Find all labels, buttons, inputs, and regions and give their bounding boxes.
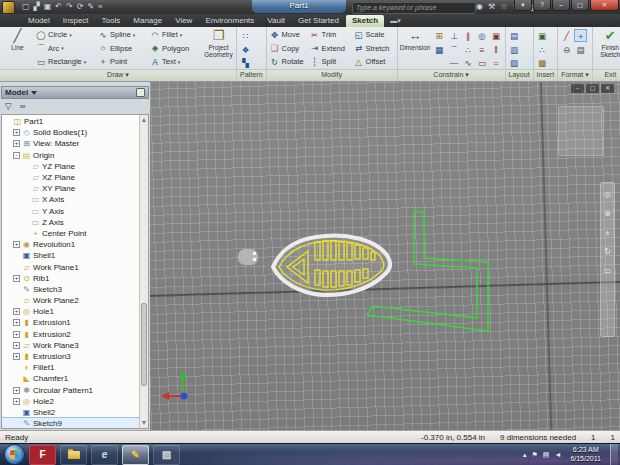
tree-item-origin[interactable]: -▤Origin: [2, 150, 148, 161]
qat-overflow-icon[interactable]: »: [98, 1, 102, 13]
button-circle[interactable]: ◯Circle▾: [35, 28, 95, 42]
button-centerline[interactable]: ＋: [574, 29, 587, 42]
button-project-geometry[interactable]: ❐Project Geometry: [203, 28, 234, 58]
button-point[interactable]: +Point: [97, 55, 147, 69]
origin-point[interactable]: [181, 393, 188, 400]
steering-wheel-icon[interactable]: ◎: [604, 190, 611, 199]
tree-item-extrusion1[interactable]: +▮Extrusion1: [2, 317, 148, 328]
browser-header[interactable]: Model: [1, 86, 149, 99]
button-dimension[interactable]: ↔Dimension: [400, 28, 431, 51]
help-icon[interactable]: ?: [533, 0, 551, 11]
undo-icon[interactable]: ↶: [55, 1, 62, 13]
maximize-button[interactable]: ▢: [571, 0, 589, 11]
button-line[interactable]: ╱Line: [2, 28, 33, 51]
tree-item-sketch3[interactable]: +✎Sketch3: [2, 284, 148, 295]
save-icon[interactable]: ▣: [44, 1, 52, 13]
taskbar-flash-app[interactable]: F: [29, 445, 56, 465]
button-extend[interactable]: ⇥Extend: [309, 42, 351, 56]
tree-item-work-plane3[interactable]: +▱Work Plane3: [2, 340, 148, 351]
button-circular-pattern[interactable]: ❖: [239, 43, 252, 56]
redo-icon[interactable]: ↷: [66, 1, 73, 13]
community-icon[interactable]: ◉: [476, 0, 483, 14]
button-sketch-block-1[interactable]: ▤: [508, 29, 521, 42]
tree-scrollbar[interactable]: [139, 115, 148, 428]
close-button[interactable]: ✕: [590, 0, 619, 11]
expander-icon[interactable]: +: [13, 275, 20, 282]
scroll-down-icon[interactable]: [142, 421, 146, 425]
update-icon[interactable]: ⟳: [77, 1, 84, 13]
show-hidden-icons[interactable]: ▴: [523, 451, 527, 459]
expander-icon[interactable]: +: [13, 241, 20, 248]
tree-item-yz-plane[interactable]: +▱YZ Plane: [2, 161, 148, 172]
button-driven-dimension[interactable]: ▤: [574, 43, 587, 56]
tree-item-work-plane1[interactable]: +▱Work Plane1: [2, 261, 148, 272]
tree-item-view-master[interactable]: +⊞View: Master: [2, 138, 148, 149]
tab-environments[interactable]: Environments: [199, 15, 260, 27]
button-polygon[interactable]: ◈Polygon: [149, 42, 201, 56]
tree-item-xz-plane[interactable]: +▱XZ Plane: [2, 172, 148, 183]
volume-icon[interactable]: ◄: [554, 451, 561, 459]
button-spline[interactable]: ∿Spline▾: [97, 28, 147, 42]
button-concentric-constraint[interactable]: ◎: [476, 29, 489, 42]
signin-dropdown-icon[interactable]: ▾: [514, 0, 532, 11]
expander-icon[interactable]: +: [13, 140, 20, 147]
pan-icon[interactable]: ⊕: [604, 209, 611, 218]
scroll-up-icon[interactable]: [142, 118, 146, 122]
button-insert-acad[interactable]: ▩: [536, 56, 549, 69]
look-at-icon[interactable]: ▭: [604, 266, 612, 275]
tree-item-shell2[interactable]: +▣Shell2: [2, 407, 148, 418]
button-text[interactable]: AText▾: [149, 55, 201, 69]
taskbar-clock[interactable]: 6:23 AM 6/15/2011: [566, 446, 605, 463]
panel-label-draw[interactable]: Draw ▾: [0, 69, 236, 81]
button-sketch-block-3[interactable]: ▧: [508, 56, 521, 69]
tab-sketch[interactable]: Sketch: [346, 15, 384, 27]
button-finish-sketch[interactable]: ✔Finish Sketch: [595, 28, 620, 58]
panel-label-layout[interactable]: Layout: [506, 69, 533, 81]
favorites-drop-icon[interactable]: ☆: [500, 0, 507, 14]
tab-overflow-icon[interactable]: ▬▾: [385, 15, 406, 27]
browser-dropdown-icon[interactable]: [31, 91, 37, 95]
expander-icon[interactable]: +: [13, 331, 20, 338]
expander-icon[interactable]: +: [13, 342, 20, 349]
button-stretch[interactable]: ⇄Stretch: [353, 42, 395, 56]
tree-item-extrusion3[interactable]: +▮Extrusion3: [2, 351, 148, 362]
tree-item-solid-bodies-1[interactable]: +◇Solid Bodies(1): [2, 127, 148, 138]
doc-minimize-button[interactable]: –: [571, 84, 584, 93]
button-fillet[interactable]: ◠Fillet▾: [149, 28, 201, 42]
expander-icon[interactable]: +: [13, 387, 20, 394]
start-button[interactable]: [4, 444, 25, 465]
tab-view[interactable]: View: [169, 15, 198, 27]
view-cube[interactable]: [558, 106, 604, 156]
zoom-icon[interactable]: ±: [605, 228, 609, 237]
button-horizontal-constraint[interactable]: ―: [448, 56, 461, 69]
tree-item-circular-pattern1[interactable]: +✱Circular Pattern1: [2, 385, 148, 396]
button-sketch-block-2[interactable]: ▥: [508, 43, 521, 56]
taskbar-inventor-app[interactable]: ✎: [122, 445, 149, 465]
tree-item-center-point[interactable]: ++Center Point: [2, 228, 148, 239]
tab-inspect[interactable]: Inspect: [57, 15, 95, 27]
button-lock-constraint[interactable]: ▣: [490, 29, 503, 42]
expander-icon[interactable]: +: [13, 319, 20, 326]
panel-label-exit[interactable]: Exit: [593, 69, 620, 81]
expander-icon[interactable]: -: [13, 152, 20, 159]
tree-item-fillet1[interactable]: +◖Fillet1: [2, 362, 148, 373]
button-rectangular-pattern[interactable]: ∷: [239, 29, 252, 42]
expander-icon[interactable]: +: [13, 398, 20, 405]
tree-item-part1[interactable]: +◫Part1: [2, 116, 148, 127]
panel-label-modify[interactable]: Modify: [267, 69, 397, 81]
button-rotate[interactable]: ↻Rotate: [269, 55, 307, 69]
button-construction-line[interactable]: ╱: [560, 29, 573, 42]
panel-label-pattern[interactable]: Pattern: [237, 69, 266, 81]
button-trim[interactable]: ✂Trim: [309, 28, 351, 42]
button-show-constraints[interactable]: ▦: [433, 43, 446, 56]
orbit-icon[interactable]: ↻: [604, 247, 611, 256]
new-icon[interactable]: ▢: [22, 1, 30, 13]
browser-pin-icon[interactable]: [136, 88, 145, 97]
tree-item-xy-plane[interactable]: +▱XY Plane: [2, 183, 148, 194]
scroll-thumb[interactable]: [141, 303, 147, 386]
taskbar-internet-explorer-app[interactable]: e: [91, 445, 118, 465]
button-symmetric-constraint[interactable]: ▭: [476, 56, 489, 69]
tree-item-sketch9[interactable]: +✎Sketch9: [2, 418, 148, 429]
taskbar-explorer-app[interactable]: [60, 445, 87, 465]
search-input[interactable]: Type a keyword or phrase: [352, 2, 476, 14]
